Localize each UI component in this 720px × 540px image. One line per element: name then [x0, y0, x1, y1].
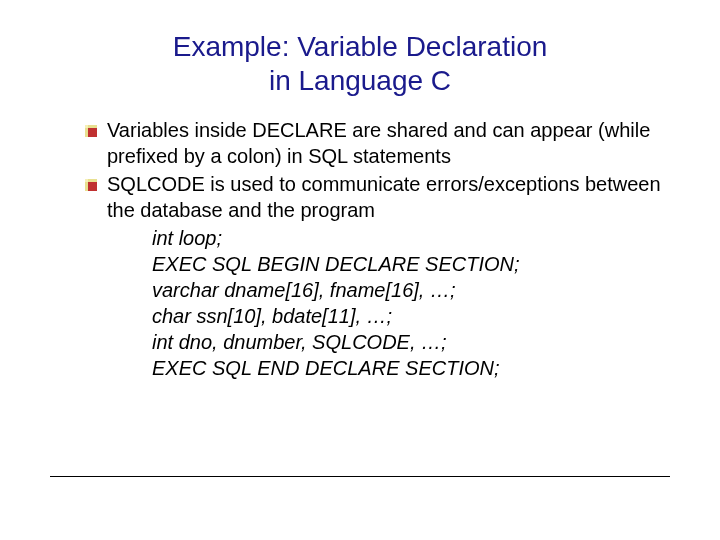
code-line: int dno, dnumber, SQLCODE, …;: [152, 329, 670, 355]
bullet-text-1: Variables inside DECLARE are shared and …: [107, 117, 670, 169]
code-line: int loop;: [152, 225, 670, 251]
code-block: int loop; EXEC SQL BEGIN DECLARE SECTION…: [85, 225, 670, 381]
code-line: varchar dname[16], fname[16], …;: [152, 277, 670, 303]
title-line-1: Example: Variable Declaration: [173, 31, 548, 62]
code-line: char ssn[10], bdate[11], …;: [152, 303, 670, 329]
slide-content: Variables inside DECLARE are shared and …: [50, 117, 670, 381]
slide-container: Example: Variable Declaration in Languag…: [0, 0, 720, 540]
bullet-icon: [85, 177, 97, 195]
bullet-item: Variables inside DECLARE are shared and …: [85, 117, 670, 169]
svg-rect-3: [85, 125, 88, 128]
bullet-text-2: SQLCODE is used to communicate errors/ex…: [107, 171, 670, 223]
code-line: EXEC SQL BEGIN DECLARE SECTION;: [152, 251, 670, 277]
title-line-2: in Language C: [269, 65, 451, 96]
svg-rect-7: [85, 179, 88, 182]
bullet-icon: [85, 123, 97, 141]
bullet-item: SQLCODE is used to communicate errors/ex…: [85, 171, 670, 223]
divider-line: [50, 476, 670, 477]
slide-title: Example: Variable Declaration in Languag…: [50, 30, 670, 97]
code-line: EXEC SQL END DECLARE SECTION;: [152, 355, 670, 381]
